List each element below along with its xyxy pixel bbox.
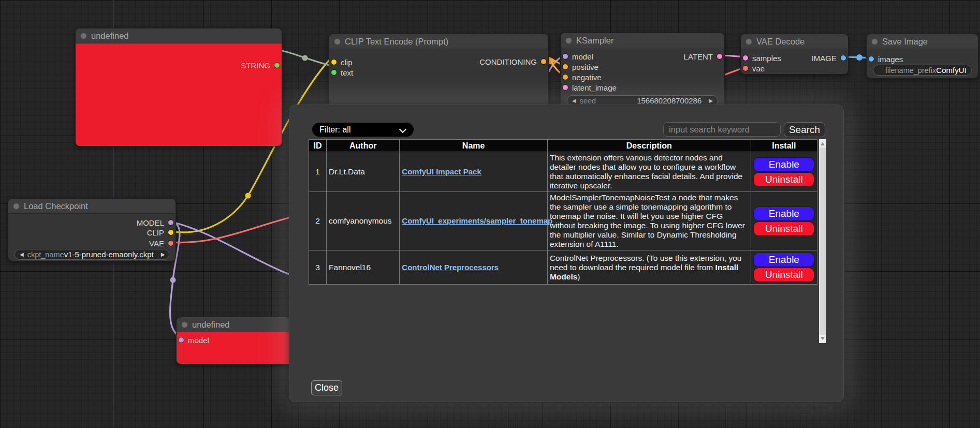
filename-prefix-widget[interactable]: filename_prefix ComfyUI bbox=[873, 65, 972, 76]
slot-dot-negative-icon[interactable] bbox=[563, 75, 568, 80]
node-ksampler-header[interactable]: KSampler bbox=[561, 33, 724, 48]
slot-dot-text-icon[interactable] bbox=[331, 70, 337, 75]
slot-dot-model-icon[interactable] bbox=[168, 220, 173, 225]
filter-select[interactable]: Filter: all bbox=[312, 123, 414, 137]
node-vae-decode[interactable]: VAE Decode samples vae IMAGE bbox=[740, 34, 849, 75]
extension-link[interactable]: ComfyUI_experiments/sampler_tonemap bbox=[402, 216, 552, 225]
uninstall-button[interactable]: Uninstall bbox=[754, 173, 814, 186]
node-undefined-bottom-header[interactable]: undefined bbox=[177, 317, 295, 332]
input-slot-negative[interactable]: negative bbox=[563, 72, 602, 82]
link-dot-image[interactable] bbox=[856, 54, 862, 61]
scrollbar-thumb[interactable] bbox=[820, 147, 826, 335]
slot-dot-positive-icon[interactable] bbox=[563, 64, 568, 69]
node-collapse-dot-icon[interactable] bbox=[566, 38, 572, 43]
cell-id: 1 bbox=[309, 152, 327, 192]
cell-description: ModelSamplerTonemapNoiseTest a node that… bbox=[547, 192, 751, 250]
extension-link[interactable]: ComfyUI Impact Pack bbox=[402, 167, 481, 176]
uninstall-button[interactable]: Uninstall bbox=[754, 222, 814, 235]
ckpt-name-widget[interactable]: ◀ ckpt_name v1-5-pruned-emaonly.ckpt ▶ bbox=[14, 249, 169, 260]
slot-dot-samples-icon[interactable] bbox=[743, 55, 748, 61]
output-slot-latent[interactable]: LATENT bbox=[684, 51, 722, 62]
node-clip-text-encode-header[interactable]: CLIP Text Encode (Prompt) bbox=[329, 34, 548, 49]
slot-dot-conditioning-icon[interactable] bbox=[541, 59, 546, 64]
slot-dot-latent-icon[interactable] bbox=[717, 54, 722, 59]
enable-button[interactable]: Enable bbox=[754, 253, 814, 267]
node-ksampler[interactable]: KSampler model positive negative latent_… bbox=[560, 33, 725, 109]
output-slot-conditioning[interactable]: CONDITIONING bbox=[479, 56, 546, 67]
node-collapse-dot-icon[interactable] bbox=[872, 39, 877, 45]
slot-dot-vae-icon[interactable] bbox=[743, 66, 748, 71]
comfyui-canvas[interactable]: undefined STRING CLIP Text Encode (Promp… bbox=[0, 0, 980, 428]
output-slot-string[interactable]: STRING bbox=[241, 60, 280, 70]
node-collapse-dot-icon[interactable] bbox=[746, 39, 752, 45]
node-save-image[interactable]: Save Image images filename_prefix ComfyU… bbox=[866, 34, 978, 79]
node-collapse-dot-icon[interactable] bbox=[81, 33, 86, 39]
node-load-checkpoint-body: MODEL CLIP VAE ◀ ckpt_name v1-5-pruned-e… bbox=[8, 214, 175, 261]
node-load-checkpoint[interactable]: Load Checkpoint MODEL CLIP VAE ◀ ckpt_na… bbox=[8, 198, 176, 261]
table-row: 1 Dr.Lt.Data ComfyUI Impact Pack This ex… bbox=[309, 152, 817, 192]
slot-dot-images-icon[interactable] bbox=[869, 56, 874, 62]
slot-dot-clip-icon[interactable] bbox=[168, 230, 173, 235]
node-clip-text-encode-body: clip text CONDITIONING bbox=[329, 49, 548, 107]
increment-arrow-icon[interactable]: ▶ bbox=[709, 98, 713, 104]
slot-dot-model-icon[interactable] bbox=[563, 54, 568, 59]
next-arrow-icon[interactable]: ▶ bbox=[161, 252, 165, 257]
table-header-row: ID Author Name Description Install bbox=[309, 140, 817, 152]
node-undefined-top-header[interactable]: undefined bbox=[76, 28, 282, 43]
enable-button[interactable]: Enable bbox=[754, 158, 814, 171]
widget-value[interactable]: v1-5-pruned-emaonly.ckpt bbox=[64, 250, 154, 259]
col-header-description: Description bbox=[547, 140, 751, 152]
node-collapse-dot-icon[interactable] bbox=[334, 39, 340, 45]
link-dot-clip[interactable] bbox=[245, 193, 251, 199]
node-title: undefined bbox=[91, 31, 129, 41]
node-title: KSampler bbox=[576, 36, 613, 46]
scroll-down-icon[interactable] bbox=[821, 337, 825, 340]
slot-dot-model-icon[interactable] bbox=[179, 337, 184, 343]
input-slot-model[interactable]: model bbox=[563, 51, 593, 62]
slot-dot-latent-image-icon[interactable] bbox=[563, 85, 568, 90]
node-title: VAE Decode bbox=[756, 37, 805, 47]
slot-dot-clip-icon[interactable] bbox=[331, 60, 337, 65]
close-button[interactable]: Close bbox=[311, 380, 342, 395]
output-slot-clip[interactable]: CLIP bbox=[147, 227, 173, 238]
node-vae-decode-header[interactable]: VAE Decode bbox=[741, 34, 848, 49]
slot-label: samples bbox=[752, 54, 781, 63]
input-slot-images[interactable]: images bbox=[869, 54, 903, 64]
input-slot-model[interactable]: model bbox=[179, 335, 209, 345]
enable-button[interactable]: Enable bbox=[754, 207, 814, 220]
search-input[interactable] bbox=[663, 122, 781, 137]
output-slot-model[interactable]: MODEL bbox=[137, 217, 173, 228]
extension-link[interactable]: ControlNet Preprocessors bbox=[402, 263, 499, 272]
decrement-arrow-icon[interactable]: ◀ bbox=[572, 98, 576, 104]
slot-dot-image-icon[interactable] bbox=[841, 55, 846, 61]
slot-label: model bbox=[188, 336, 209, 345]
input-slot-text[interactable]: text bbox=[331, 67, 353, 78]
node-load-checkpoint-header[interactable]: Load Checkpoint bbox=[8, 199, 175, 214]
node-title: Load Checkpoint bbox=[24, 201, 88, 211]
link-dot-string[interactable] bbox=[302, 55, 308, 61]
node-save-image-header[interactable]: Save Image bbox=[867, 34, 978, 49]
input-slot-latent-image[interactable]: latent_image bbox=[563, 82, 617, 93]
slot-dot-string-icon[interactable] bbox=[274, 63, 280, 68]
output-slot-vae[interactable]: VAE bbox=[149, 238, 173, 248]
table-scrollbar[interactable] bbox=[819, 139, 826, 343]
previous-arrow-icon[interactable]: ◀ bbox=[20, 252, 24, 257]
widget-value[interactable]: 156680208700286 bbox=[637, 96, 701, 105]
input-slot-positive[interactable]: positive bbox=[563, 62, 598, 72]
node-collapse-dot-icon[interactable] bbox=[13, 203, 19, 209]
widget-value[interactable]: ComfyUI bbox=[936, 66, 966, 75]
uninstall-button[interactable]: Uninstall bbox=[754, 268, 814, 282]
input-slot-vae[interactable]: vae bbox=[743, 63, 765, 73]
node-collapse-dot-icon[interactable] bbox=[182, 322, 187, 328]
link-dot-model[interactable] bbox=[170, 277, 176, 283]
scroll-up-icon[interactable] bbox=[821, 142, 825, 145]
node-title: Save Image bbox=[882, 37, 928, 47]
node-undefined-top[interactable]: undefined STRING bbox=[75, 28, 282, 146]
input-slot-clip[interactable]: clip bbox=[331, 57, 353, 67]
node-clip-text-encode[interactable]: CLIP Text Encode (Prompt) clip text COND… bbox=[329, 34, 549, 107]
input-slot-samples[interactable]: samples bbox=[743, 53, 781, 63]
slot-dot-vae-icon[interactable] bbox=[168, 241, 173, 246]
search-button[interactable]: Search bbox=[784, 122, 825, 137]
output-slot-image[interactable]: IMAGE bbox=[812, 53, 846, 63]
node-undefined-bottom[interactable]: undefined model bbox=[176, 317, 295, 364]
